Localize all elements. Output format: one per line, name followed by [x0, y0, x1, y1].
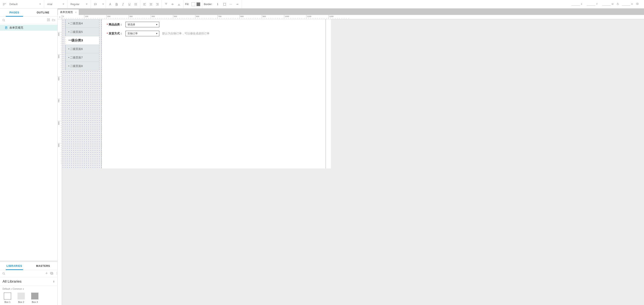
tab-pages[interactable]: PAGES: [0, 8, 29, 16]
chevron-down-icon: [102, 4, 104, 5]
nav-item[interactable]: • 二级页面8: [65, 62, 99, 70]
border-arrow-icon[interactable]: [235, 2, 240, 7]
svg-point-9: [3, 272, 4, 274]
nav-group-header[interactable]: 一级分类3: [65, 36, 99, 45]
ruler-vertical[interactable]: 400500600700800900: [58, 19, 62, 305]
top-toolbar: Default Arial Regular 13 Fill:: [0, 0, 644, 8]
fill-swatch-none[interactable]: [191, 2, 195, 6]
select-value: 实物订单: [128, 32, 138, 35]
align-top-icon[interactable]: [164, 2, 169, 7]
tab-libraries[interactable]: LIBRARIES: [0, 262, 29, 270]
border-width-input[interactable]: 1: [214, 3, 221, 6]
tab-masters[interactable]: MASTERS: [29, 262, 58, 270]
field-label: 商品品类：: [109, 23, 122, 26]
chevron-down-icon: [39, 4, 41, 5]
pos-h-field[interactable]: H: [622, 3, 633, 5]
style-dropdown-label: Default: [10, 3, 18, 6]
font-size-dropdown[interactable]: 13: [92, 1, 100, 7]
page-item[interactable]: 表单页规范: [0, 25, 58, 31]
fill-swatch-color[interactable]: [196, 2, 200, 6]
border-style-icon[interactable]: [228, 2, 234, 7]
field-hint: 默认为实物订单，可以修改成虚拟订单: [162, 31, 210, 35]
style-dropdown[interactable]: Default: [8, 1, 42, 7]
document-tabbar: 表单页规范 ×: [58, 8, 644, 15]
library-items: Box 1 Box 2 Box 3: [0, 291, 58, 305]
ruler-horizontal[interactable]: 0100200300400500600700800900100011001200: [62, 15, 644, 19]
mock-page: * 商品品类： 请选择 ▾ * 发货方式： 实物订单: [102, 19, 331, 169]
paragraph-style-icon[interactable]: [2, 2, 7, 7]
canvas-region: 表单页规范 × 01002003004005006007008009001000…: [58, 8, 644, 305]
italic-icon[interactable]: [120, 2, 126, 7]
search-icon: [2, 18, 6, 22]
library-section-header[interactable]: Default » Common▼: [0, 286, 58, 291]
required-asterisk: *: [107, 23, 108, 26]
bullet-list-icon[interactable]: [133, 2, 138, 7]
library-item-box3[interactable]: Box 3: [31, 293, 38, 303]
align-center-icon[interactable]: [148, 2, 154, 7]
font-dropdown-label: Arial: [47, 3, 52, 6]
document-tab[interactable]: 表单页规范 ×: [58, 9, 79, 15]
nav-item[interactable]: • 二级页面6: [65, 45, 99, 53]
library-window-icon[interactable]: [50, 272, 54, 276]
close-icon[interactable]: ×: [75, 11, 77, 14]
svg-point-13: [56, 273, 57, 274]
category-select[interactable]: 请选择 ▾: [126, 22, 159, 27]
align-left-icon[interactable]: [142, 2, 147, 7]
chevron-down-icon: ▾: [156, 23, 157, 26]
tab-outline[interactable]: OUTLINE: [29, 8, 58, 16]
library-selector-label: All Libraries: [2, 280, 22, 284]
chevron-down-icon: [62, 4, 64, 5]
nav-item[interactable]: • 二级页面7: [65, 53, 99, 62]
underline-icon[interactable]: [127, 2, 132, 7]
libraries-search-bar: [0, 270, 58, 277]
font-size-label: 13: [94, 3, 96, 6]
nav-item[interactable]: • 二级页面5: [65, 28, 99, 36]
svg-point-1: [135, 4, 135, 4]
pos-w-field[interactable]: W: [602, 3, 614, 5]
svg-point-14: [56, 274, 57, 275]
field-label: 发货方式：: [109, 31, 122, 35]
pos-y-field[interactable]: Y: [587, 3, 598, 5]
form-row-category: * 商品品类： 请选择 ▾: [107, 22, 159, 27]
triangle-down-icon: ▼: [23, 288, 24, 290]
canvas-area[interactable]: 0100200300400500600700800900100011001200…: [58, 15, 644, 305]
pages-search-input[interactable]: [7, 18, 45, 22]
font-weight-dropdown[interactable]: Regular: [69, 1, 89, 7]
canvas-viewport[interactable]: * 商品品类： 请选择 ▾ * 发货方式： 实物订单: [62, 19, 644, 305]
library-item-box2[interactable]: Box 2: [18, 293, 25, 303]
pages-panel-tabs: PAGES OUTLINE: [0, 8, 58, 17]
border-color-icon[interactable]: [222, 2, 227, 7]
add-library-icon[interactable]: [45, 272, 48, 276]
form-row-shipping: * 发货方式： 实物订单 ▾ 默认为实物订单，可以修改成虚拟订单: [107, 31, 210, 36]
align-middle-icon[interactable]: [170, 2, 175, 7]
mock-nav-sidebar: • 二级页面4 • 二级页面5 一级分类3 • 二级页面6 • 二级页面7 • …: [65, 19, 99, 70]
required-asterisk: *: [107, 32, 108, 35]
text-color-icon[interactable]: [108, 2, 113, 7]
libraries-search-input[interactable]: [7, 272, 43, 275]
library-selector[interactable]: All Libraries ▲▼: [0, 277, 58, 286]
align-right-icon[interactable]: [155, 2, 160, 7]
left-sidebar: PAGES OUTLINE 表单页规范 LIBRARIES MASTERS: [0, 8, 58, 305]
search-icon: [2, 272, 6, 275]
align-bottom-icon[interactable]: [176, 2, 182, 7]
add-page-icon[interactable]: [47, 18, 50, 22]
svg-rect-11: [51, 273, 53, 274]
bold-icon[interactable]: [114, 2, 119, 7]
shipping-select[interactable]: 实物订单 ▾: [126, 31, 159, 36]
chevron-down-icon: [86, 4, 88, 5]
svg-point-12: [56, 272, 57, 272]
svg-point-5: [637, 3, 638, 4]
visibility-icon[interactable]: [636, 2, 639, 6]
add-folder-icon[interactable]: [52, 18, 55, 22]
nav-item[interactable]: • 二级页面4: [65, 19, 99, 28]
ruler-origin[interactable]: [58, 15, 62, 19]
svg-rect-4: [617, 4, 618, 5]
font-dropdown[interactable]: Arial: [46, 1, 66, 7]
lock-icon[interactable]: [616, 2, 619, 6]
pages-search-bar: [0, 17, 58, 24]
pos-x-field[interactable]: X: [572, 3, 583, 5]
svg-point-6: [3, 19, 4, 21]
updown-icon: ▲▼: [53, 280, 55, 283]
library-item-box1[interactable]: Box 1: [4, 293, 11, 303]
svg-point-0: [135, 3, 135, 3]
